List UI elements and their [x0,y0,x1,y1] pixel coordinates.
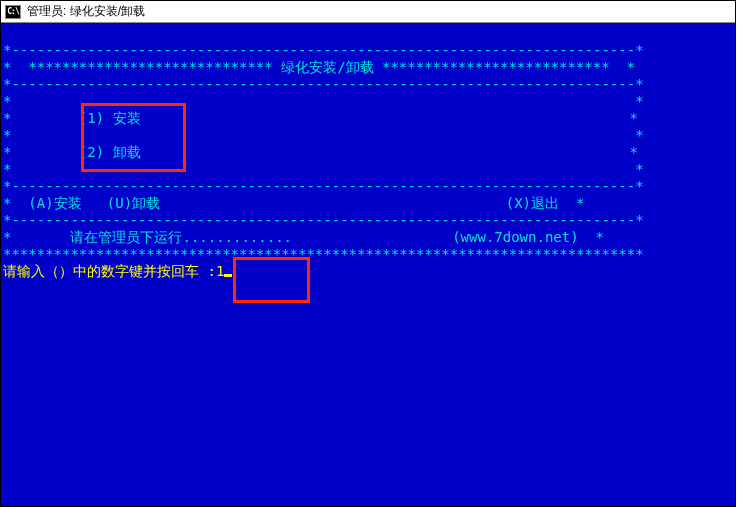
line-runadmin-right: (www.7down.net) * [452,229,604,245]
cursor [224,274,232,277]
line-sep-1: *---------------------------------------… [3,76,644,92]
console-window: C:\ 管理员: 绿化安装/卸载 *----------------------… [0,0,736,507]
line-runadmin-left: * 请在管理员下运行............. [3,229,292,245]
window-title: 管理员: 绿化安装/卸载 [27,3,145,20]
highlight-input [233,257,310,303]
line-blank-3: * * [3,161,644,177]
line-blank-2: * * [3,127,644,143]
line-menu-right: (X)退出 * [506,195,585,211]
line-sep-2: *---------------------------------------… [3,178,644,194]
line-header: * ***************************** 绿化安装/卸载 … [3,59,635,75]
prompt-sep: : [207,263,215,279]
line-sep-3: *---------------------------------------… [3,212,644,228]
console-area[interactable]: *---------------------------------------… [1,23,735,506]
line-blank-1: * * [3,93,644,109]
line-stars: ****************************************… [3,246,644,262]
cmd-icon: C:\ [5,5,21,19]
prompt-text: 请输入（）中的数字键并按回车 [3,263,199,279]
line-option-uninstall: * (2) 卸载 * [3,144,638,160]
line-option-install: * (1) 安装 * [3,110,638,126]
line-top-border: *---------------------------------------… [3,42,644,58]
line-menu-left: * (A)安装 (U)卸载 [3,195,160,211]
titlebar: C:\ 管理员: 绿化安装/卸载 [1,1,735,23]
prompt-input[interactable]: 1 [216,263,224,279]
